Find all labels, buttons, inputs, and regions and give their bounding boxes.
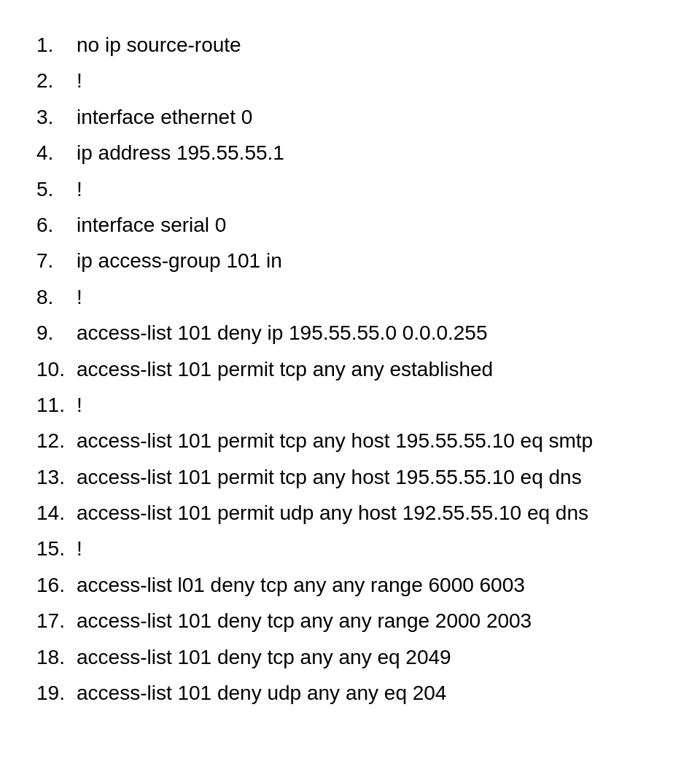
line-number: 5. (36, 173, 77, 205)
line-content: ! (77, 173, 82, 205)
list-item: 3.interface ethernet 0 (36, 101, 664, 133)
line-number: 2. (36, 65, 77, 96)
line-number: 3. (36, 101, 77, 133)
line-content: ! (77, 281, 82, 313)
list-item: 17.access-list 101 deny tcp any any rang… (36, 605, 664, 636)
config-listing: 1.no ip source-route2.!3.interface ether… (36, 29, 664, 709)
line-number: 15. (36, 533, 77, 564)
line-content: ip access-group 101 in (77, 245, 282, 276)
list-item: 5.! (36, 173, 664, 205)
list-item: 2.! (36, 65, 664, 96)
line-content: access-list 101 permit udp any host 192.… (77, 497, 588, 528)
line-number: 13. (36, 461, 77, 493)
line-number: 6. (36, 209, 77, 241)
list-item: 1.no ip source-route (36, 29, 664, 61)
line-content: interface serial 0 (77, 209, 226, 241)
line-number: 18. (36, 641, 77, 673)
list-item: 11.! (36, 389, 664, 421)
line-number: 14. (36, 497, 77, 528)
line-content: ! (77, 65, 82, 96)
list-item: 16.access-list l01 deny tcp any any rang… (36, 569, 664, 601)
line-content: access-list 101 permit tcp any any estab… (77, 354, 493, 385)
line-content: access-list 101 permit tcp any host 195.… (77, 461, 582, 493)
line-content: access-list 101 permit tcp any host 195.… (77, 425, 593, 456)
list-item: 19.access-list 101 deny udp any any eq 2… (36, 677, 664, 709)
line-content: no ip source-route (77, 29, 241, 61)
line-number: 1. (36, 29, 77, 61)
line-number: 12. (36, 425, 77, 456)
list-item: 15.! (36, 533, 664, 564)
list-item: 14.access-list 101 permit udp any host 1… (36, 497, 664, 528)
line-number: 11. (36, 389, 77, 421)
line-content: interface ethernet 0 (77, 101, 252, 133)
line-content: access-list 101 deny tcp any any range 2… (77, 605, 532, 636)
list-item: 13.access-list 101 permit tcp any host 1… (36, 461, 664, 493)
list-item: 10.access-list 101 permit tcp any any es… (36, 354, 664, 385)
line-number: 9. (36, 317, 77, 348)
line-content: access-list 101 deny ip 195.55.55.0 0.0.… (77, 317, 488, 348)
list-item: 6.interface serial 0 (36, 209, 664, 241)
line-content: ! (77, 533, 82, 564)
list-item: 9.access-list 101 deny ip 195.55.55.0 0.… (36, 317, 664, 348)
line-number: 19. (36, 677, 77, 709)
line-content: access-list 101 deny udp any any eq 204 (77, 677, 446, 709)
line-number: 10. (36, 354, 77, 385)
line-number: 8. (36, 281, 77, 313)
list-item: 7.ip access-group 101 in (36, 245, 664, 276)
line-content: ip address 195.55.55.1 (77, 137, 284, 168)
line-number: 4. (36, 137, 77, 168)
list-item: 12.access-list 101 permit tcp any host 1… (36, 425, 664, 456)
line-number: 16. (36, 569, 77, 601)
list-item: 8.! (36, 281, 664, 313)
line-content: ! (77, 389, 82, 421)
list-item: 4.ip address 195.55.55.1 (36, 137, 664, 168)
list-item: 18.access-list 101 deny tcp any any eq 2… (36, 641, 664, 673)
line-content: access-list 101 deny tcp any any eq 2049 (77, 641, 451, 673)
line-content: access-list l01 deny tcp any any range 6… (77, 569, 525, 601)
line-number: 17. (36, 605, 77, 636)
line-number: 7. (36, 245, 77, 276)
